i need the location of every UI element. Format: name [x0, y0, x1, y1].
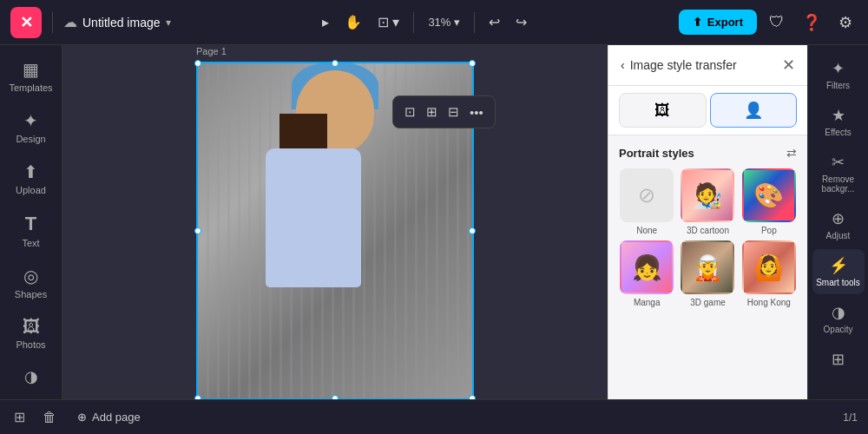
redo-button[interactable]: ↪: [510, 9, 532, 36]
sidebar-item-design[interactable]: ✦ Design: [5, 103, 57, 151]
app-logo: ✕: [10, 7, 42, 38]
style-label-3dcartoon: 3D cartoon: [687, 226, 729, 235]
back-icon: ‹: [621, 58, 625, 72]
design-icon: ✦: [23, 110, 38, 131]
rs-label-opacity: Opacity: [824, 325, 853, 334]
styles-grid: ⊘ None 🧑‍🎨 3D cartoon 🎨 Pop: [619, 168, 797, 307]
title-area[interactable]: ☁ Untitled image ▾: [63, 14, 171, 30]
rs-label-filters: Filters: [826, 81, 850, 90]
page-indicator: 1/1: [843, 411, 858, 424]
sidebar-item-templates[interactable]: ▦ Templates: [5, 52, 57, 100]
tab-portrait[interactable]: 👤: [710, 93, 798, 128]
title-chevron-icon: ▾: [166, 16, 171, 29]
sidebar-moon-button[interactable]: ◑: [17, 360, 45, 393]
export-label: Export: [707, 16, 743, 29]
smart-tools-icon: ⚡: [829, 256, 848, 275]
smart-crop-button[interactable]: ⊞: [422, 100, 442, 124]
rs-item-adjust[interactable]: ⊕ Adjust: [812, 202, 865, 247]
section-refresh-icon[interactable]: ⇄: [786, 146, 797, 160]
rs-item-more[interactable]: ⊞: [812, 343, 865, 376]
style-item-pop[interactable]: 🎨 Pop: [741, 168, 797, 235]
toolbar-divider-2: [413, 12, 414, 33]
zoom-level: 31%: [428, 16, 450, 29]
rs-label-remove-bg: Remove backgr...: [816, 174, 861, 194]
main-area: ▦ Templates ✦ Design ⬆ Upload T Text ◎ S…: [0, 45, 868, 399]
panel-close-button[interactable]: ✕: [782, 56, 795, 75]
toolbar-divider-3: [474, 12, 475, 33]
sidebar-item-upload[interactable]: ⬆ Upload: [5, 155, 57, 202]
add-page-icon: ⊕: [77, 411, 87, 424]
style-thumb-3dcartoon: 🧑‍🎨: [681, 168, 734, 222]
zoom-control[interactable]: 31% ▾: [423, 10, 465, 34]
style-item-3dgame[interactable]: 🧝 3D game: [680, 240, 735, 307]
tab-image[interactable]: 🖼: [619, 93, 707, 128]
rs-label-smart-tools: Smart tools: [816, 278, 860, 287]
panel-content: Portrait styles ⇄ ⊘ None 🧑‍🎨 3D cartoon: [608, 135, 807, 399]
rs-item-remove-bg[interactable]: ✂ Remove backgr...: [812, 146, 865, 201]
sidebar-label-shapes: Shapes: [15, 289, 47, 299]
shapes-icon: ◎: [23, 266, 38, 286]
style-label-3dgame: 3D game: [690, 298, 726, 307]
rs-item-effects[interactable]: ★ Effects: [812, 99, 865, 144]
canvas-area[interactable]: ⊡ ⊞ ⊟ ••• Page 1: [62, 45, 608, 399]
handle-top-left[interactable]: [194, 60, 201, 67]
select-tool-button[interactable]: ▸: [317, 9, 334, 36]
canvas-page-label: Page 1: [196, 46, 227, 56]
rs-item-filters[interactable]: ✦ Filters: [812, 52, 865, 97]
style-transfer-panel: ‹ Image style transfer ✕ 🖼 👤 Portrait st…: [608, 45, 807, 399]
sidebar-label-upload: Upload: [16, 185, 46, 195]
handle-middle-right[interactable]: [469, 227, 476, 234]
style-item-hongkong[interactable]: 🙆 Hong Kong: [741, 240, 797, 307]
text-icon: T: [25, 213, 36, 235]
add-page-label: Add page: [92, 411, 141, 424]
sidebar-label-photos: Photos: [16, 339, 45, 350]
add-page-button[interactable]: ⊕ Add page: [70, 407, 148, 427]
zoom-chevron-icon: ▾: [454, 16, 460, 29]
opacity-icon: ◑: [832, 303, 845, 322]
rs-item-smart-tools[interactable]: ⚡ Smart tools: [812, 249, 865, 294]
export-icon: ⬆: [693, 16, 702, 29]
sidebar-bottom: ◑ ⊕: [17, 360, 45, 399]
right-sidebar: ✦ Filters ★ Effects ✂ Remove backgr... ⊕…: [807, 45, 868, 399]
shield-button[interactable]: 🛡: [764, 8, 790, 36]
toolbar-divider-1: [52, 12, 53, 33]
handle-middle-left[interactable]: [194, 227, 201, 234]
style-item-none[interactable]: ⊘ None: [619, 168, 674, 235]
settings-button[interactable]: ⚙: [833, 8, 858, 37]
more-options-button[interactable]: •••: [465, 101, 488, 124]
handle-bottom-middle[interactable]: [332, 395, 339, 399]
handle-bottom-left[interactable]: [194, 395, 201, 399]
style-label-hongkong: Hong Kong: [747, 298, 791, 307]
sidebar-item-photos[interactable]: 🖼 Photos: [5, 310, 57, 357]
sidebar-item-shapes[interactable]: ◎ Shapes: [5, 259, 57, 306]
style-item-manga[interactable]: 👧 Manga: [619, 240, 674, 307]
cloud-icon: ☁: [63, 14, 77, 30]
replace-button[interactable]: ⊟: [444, 100, 464, 124]
undo-button[interactable]: ↩: [483, 9, 505, 36]
style-item-3dcartoon[interactable]: 🧑‍🎨 3D cartoon: [680, 168, 735, 235]
export-button[interactable]: ⬆ Export: [679, 10, 757, 35]
delete-page-button[interactable]: 🗑: [39, 406, 60, 429]
top-toolbar: ✕ ☁ Untitled image ▾ ▸ ✋ ⊡ ▾ 31% ▾ ↩ ↪ ⬆…: [0, 0, 868, 45]
frame-tool-button[interactable]: ⊡ ▾: [372, 9, 404, 36]
sidebar-label-design: Design: [16, 134, 45, 144]
add-page-icon-button[interactable]: ⊞: [10, 405, 29, 429]
section-header: Portrait styles ⇄: [619, 146, 797, 160]
rs-item-opacity[interactable]: ◑ Opacity: [812, 296, 865, 341]
style-thumb-manga: 👧: [620, 240, 674, 294]
style-label-none: None: [636, 226, 657, 235]
crop-button[interactable]: ⊡: [400, 100, 420, 124]
handle-top-right[interactable]: [469, 60, 476, 67]
hand-tool-button[interactable]: ✋: [339, 9, 367, 36]
help-button[interactable]: ❓: [797, 8, 826, 37]
sidebar-item-text[interactable]: T Text: [5, 206, 57, 255]
adjust-icon: ⊕: [832, 209, 845, 228]
panel-header: ‹ Image style transfer ✕: [608, 45, 807, 86]
handle-top-middle[interactable]: [332, 60, 339, 67]
panel-back-button[interactable]: ‹ Image style transfer: [621, 58, 737, 72]
photos-icon: 🖼: [23, 317, 40, 337]
handle-bottom-right[interactable]: [469, 395, 476, 399]
style-thumb-pop: 🎨: [742, 168, 796, 222]
upload-icon: ⬆: [23, 161, 38, 182]
style-thumb-hongkong: 🙆: [742, 240, 796, 294]
